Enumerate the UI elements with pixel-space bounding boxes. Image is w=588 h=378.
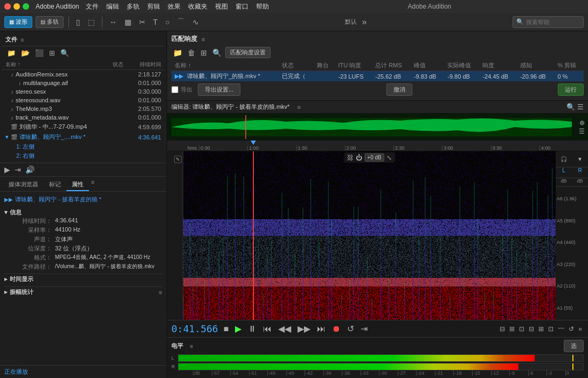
zoom-in-amp-btn[interactable]: ⊞ — [537, 324, 545, 334]
file-item[interactable]: ♪ stereo.sesx 0:30.000 — [2, 87, 164, 96]
tool-select[interactable]: ▦ — [122, 17, 134, 27]
waveform-view-button[interactable]: ▦ 波形 — [4, 16, 32, 28]
open-folder-btn[interactable]: 📁 — [5, 48, 17, 58]
tool-heal[interactable]: ⌒ — [175, 16, 187, 28]
open-file-btn[interactable]: 📂 — [19, 48, 31, 58]
match-copy-btn[interactable]: ⊞ — [199, 48, 209, 57]
stop-button[interactable]: ■ — [222, 323, 231, 335]
play-button[interactable]: ▶ — [233, 323, 244, 335]
tool-icon-2[interactable]: ⬚ — [86, 17, 97, 27]
info-section-title[interactable]: ▾ 信息 — [4, 208, 162, 216]
level-select-button[interactable]: 选 — [564, 340, 584, 352]
match-search-btn[interactable]: 🔍 — [211, 48, 223, 57]
menu-help[interactable]: 帮助 — [256, 2, 269, 11]
chain-icon[interactable]: ⛓ — [347, 154, 354, 162]
file-item[interactable]: 🎬 刘德华 - 中...7-27-09.mp4 4:59.699 — [2, 122, 164, 132]
tab-properties[interactable]: 属性 — [66, 179, 89, 191]
step-back-button[interactable]: ◀◀ — [276, 323, 293, 335]
waveform-main[interactable]: ⛓ ⏻ +0 dB ⤡ — [183, 151, 556, 320]
file-panel-menu-icon[interactable]: ≡ — [20, 37, 24, 43]
level-menu-icon[interactable]: ≡ — [190, 343, 193, 349]
zoom-fit-btn[interactable]: ⊡ — [517, 324, 526, 334]
step-forward-button[interactable]: ▶▶ — [295, 323, 313, 335]
match-folder-btn[interactable]: 📁 — [171, 48, 184, 57]
menu-view[interactable]: 视图 — [215, 2, 228, 11]
maximize-button[interactable] — [23, 3, 29, 10]
zoom-in-time-btn[interactable]: ⊞ — [508, 324, 516, 334]
expand-icon[interactable]: ▾ — [5, 134, 11, 141]
close-button[interactable] — [4, 3, 11, 10]
file-item[interactable]: ♪ AuditionRemix.sesx 2:18.127 — [2, 70, 164, 79]
file-sub-item[interactable]: 1: 左侧 — [13, 142, 164, 151]
menu-effects[interactable]: 效果 — [168, 2, 181, 11]
editor-menu-icon[interactable]: ≡ — [297, 104, 300, 110]
power-icon[interactable]: ⏻ — [356, 154, 362, 162]
volume-button[interactable]: 🔊 — [25, 165, 34, 174]
cancel-button[interactable]: 撤消 — [386, 83, 412, 96]
go-start-button[interactable]: ⏮ — [261, 323, 274, 335]
headphone-icon[interactable]: 🎧 — [556, 151, 572, 167]
waveform-stats-menu[interactable]: ≡ — [159, 289, 162, 296]
skip-button[interactable]: ⇥ — [358, 323, 370, 335]
match-table-row[interactable]: ▶▶ 谭咏麟、顾丙宁_的狼.mkv * 已完成（ -23 LUFS -25.62… — [171, 71, 584, 82]
file-item-active[interactable]: ▾ 🎬 谭咏麟、顾丙宁_....mkv * 4:36.641 — [2, 132, 164, 142]
tool-move[interactable]: ↔ — [107, 17, 119, 27]
tool-brush[interactable]: ○ — [163, 17, 172, 27]
match-delete-btn[interactable]: 🗑 — [186, 48, 197, 57]
tool-cut[interactable]: ✂ — [137, 17, 148, 27]
search-file-btn[interactable]: 🔍 — [59, 48, 71, 58]
file-item[interactable]: ♪ stereosound.wav 0:01.000 — [2, 96, 164, 104]
zoom-in-icon[interactable]: 🔍 — [566, 103, 575, 111]
time-display-section[interactable]: ▸ 时间显示 — [4, 274, 162, 284]
settings-icon[interactable]: ☰ — [577, 103, 584, 111]
tabs-menu-icon[interactable]: ≡ — [91, 179, 94, 191]
waveform-stats-section[interactable]: ▸ 振幅统计 ≡ — [4, 286, 162, 297]
filter-icon[interactable]: ▼ — [572, 151, 588, 167]
match-table-header-row: 名称 ↑ 状态 舞台 ITU 响度 总计 RMS 峰值 实际峰值 响度 感知 %… — [171, 60, 584, 71]
menu-window[interactable]: 窗口 — [236, 2, 248, 11]
search-input[interactable] — [526, 19, 580, 25]
export-settings-button[interactable]: 导出设置... — [198, 83, 240, 96]
go-end-button[interactable]: ⏭ — [315, 323, 328, 335]
import-btn[interactable]: ⬛ — [33, 48, 45, 58]
zoom-fit-amp-btn[interactable]: ⊡ — [547, 324, 555, 334]
edit-icon[interactable]: ✎ — [174, 156, 182, 163]
zoom-more-btn[interactable]: » — [577, 324, 584, 334]
tab-markers[interactable]: 标记 — [44, 179, 66, 191]
menu-favorites[interactable]: 收藏夹 — [188, 2, 207, 11]
metadata-btn[interactable]: ⊞ — [47, 48, 57, 58]
run-button[interactable]: 运行 — [558, 83, 584, 96]
file-sub-item[interactable]: 2: 右侧 — [13, 151, 164, 160]
record-button[interactable]: ⏺ — [330, 323, 343, 335]
loop-button[interactable]: ↺ — [345, 323, 356, 335]
export-button[interactable]: ⇥ — [15, 165, 21, 174]
waveform-overview[interactable]: ⊕ ☰ — [167, 114, 588, 141]
tab-media-browser[interactable]: 媒体浏览器 — [3, 179, 44, 191]
menu-edit[interactable]: 编辑 — [106, 2, 119, 11]
file-item[interactable]: ♪ multilanguage.aif 0:01.000 — [2, 79, 164, 87]
tool-fade[interactable]: ∿ — [190, 17, 201, 27]
expand-button[interactable]: » — [360, 16, 369, 28]
overview-settings-icon[interactable]: ☰ — [579, 128, 585, 135]
file-item[interactable]: ♪ TheMole.mp3 2:05.570 — [2, 104, 164, 113]
export-checkbox[interactable] — [171, 86, 178, 93]
multitrack-view-button[interactable]: ▤ 多轨 — [36, 16, 64, 28]
play-button[interactable]: ▶ — [4, 165, 10, 174]
zoom-spectral-btn[interactable]: 〰 — [556, 324, 566, 334]
zoom-out-time-btn[interactable]: ⊟ — [498, 324, 507, 334]
match-settings-button[interactable]: 匹配响度设置 — [225, 47, 271, 58]
zoom-out-amp-btn[interactable]: ⊟ — [527, 324, 536, 334]
file-item[interactable]: ♪ track_metadata.wav 0:01.000 — [2, 113, 164, 122]
menu-multitrack[interactable]: 多轨 — [127, 2, 140, 11]
zoom-reset-btn[interactable]: ↺ — [567, 324, 576, 334]
overview-zoom-icon[interactable]: ⊕ — [579, 119, 585, 127]
pause-button[interactable]: ⏸ — [246, 323, 259, 335]
match-menu-icon[interactable]: ≡ — [202, 36, 205, 43]
tool-text[interactable]: T — [151, 17, 160, 27]
menu-clip[interactable]: 剪辑 — [147, 2, 160, 11]
menu-file[interactable]: 文件 — [86, 2, 99, 11]
expand-icon[interactable]: ⤡ — [386, 154, 392, 162]
waveform-view[interactable]: ✎ ⛓ ⏻ +0 dB ⤡ — [167, 151, 588, 320]
tool-icon-1[interactable]: ▯ — [74, 17, 82, 27]
minimize-button[interactable] — [13, 3, 20, 10]
